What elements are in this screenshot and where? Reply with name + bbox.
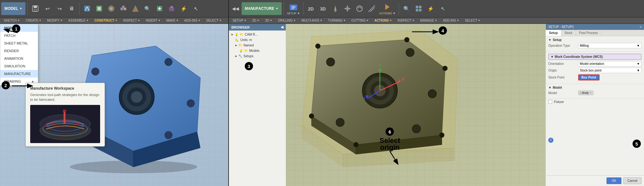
model-close-btn[interactable]: ✕ [589, 91, 592, 94]
dropdown-item-animation[interactable]: ANIMATION [0, 55, 38, 62]
model-workspace-tab[interactable]: MODEL ▼ [1, 2, 25, 15]
menu-inspect[interactable]: INSPECT ▼ [122, 18, 141, 23]
sketch-button[interactable] [81, 3, 93, 14]
make-button[interactable] [166, 3, 177, 14]
box-point-button[interactable]: Box Point [578, 74, 599, 80]
cutting-button[interactable] [366, 3, 377, 14]
manufacture-workspace-tab[interactable]: MANUFACTURE ▼ [242, 2, 282, 15]
manage-button[interactable] [413, 3, 424, 14]
create-button[interactable] [93, 3, 105, 14]
menu-construct[interactable]: CONSTRUCT ▼ [93, 18, 119, 23]
orientation-value[interactable]: Model orientation ▼ [578, 61, 641, 66]
rmenu-inspect[interactable]: INSPECT ▼ [396, 18, 416, 23]
model-body-icon: □ [580, 91, 581, 94]
dropdown-item-simulation[interactable]: SIMULATION [0, 62, 38, 70]
rmenu-2d[interactable]: 2D ▼ [251, 18, 261, 23]
rmenu-manage[interactable]: MANAGE ▼ [419, 18, 438, 23]
browser-item-setups[interactable]: ▶ 🔧 Setups [229, 53, 286, 59]
rmenu-3d[interactable]: 3D ▼ [264, 18, 274, 23]
workspace-dropdown[interactable]: MODEL PATCH SHEET METAL RENDER ANIMATION [0, 24, 38, 86]
multiaxis-button[interactable] [342, 3, 353, 14]
undo-icon: ↩ [43, 4, 52, 13]
tab-setup[interactable]: Setup [546, 30, 561, 36]
dropdown-item-sheetmetal[interactable]: SHEET METAL [0, 39, 38, 47]
menu-select[interactable]: SELECT ▼ [205, 18, 223, 23]
2d-button[interactable]: 2D [305, 3, 317, 14]
dropdown-item-patch[interactable]: PATCH [0, 32, 38, 39]
manufacture-tooltip: Manufacture Workspace Generates tool-pat… [25, 83, 105, 147]
tab-postprocess[interactable]: Post Process [576, 30, 601, 36]
rmenu-drilling[interactable]: DRILLING ▼ [277, 18, 297, 23]
browser-item-units[interactable]: 📐 Units: m [229, 37, 286, 43]
addins-button[interactable]: ⚡ [178, 3, 189, 14]
rmenu-setup[interactable]: SETUP ▼ [231, 18, 248, 23]
operation-type-value[interactable]: Milling ▼ [578, 43, 641, 48]
dropdown-item-manufacture[interactable]: MANUFACTURE [0, 70, 38, 78]
redo-icon: ↪ [55, 4, 64, 13]
model-section: ▼ Model Model □ Body ✕ [546, 84, 644, 99]
back-to-design-button[interactable]: ◀◀ [230, 5, 241, 12]
rmenu-addins[interactable]: ADD-INS ▼ [442, 18, 460, 23]
menu-make[interactable]: MAKE ▼ [165, 18, 180, 23]
menu-assemble[interactable]: ASSEMBLE ▼ [67, 18, 90, 23]
save-button[interactable] [30, 3, 41, 14]
select-button[interactable]: ↖ [190, 3, 202, 14]
construct-button[interactable] [130, 3, 141, 14]
rmenu-select[interactable]: SELECT ▼ [463, 18, 482, 23]
redo-button[interactable]: ↪ [54, 3, 65, 14]
modify-button[interactable] [106, 3, 117, 14]
make-icon [167, 4, 176, 13]
properties-panel: SETUP : SETUP1 » Setup Stock Post Proces… [545, 24, 644, 186]
undo-button[interactable]: ↩ [42, 3, 53, 14]
inspect-mfr-button[interactable]: 🔍 [401, 3, 412, 14]
info-icon-btn[interactable]: i [548, 138, 553, 143]
rmenu-turning[interactable]: TURNING ▼ [327, 18, 347, 23]
rmenu-multiaxis[interactable]: MULTI-AXIS ▼ [300, 18, 324, 23]
setup-section-header: ▼ Setup [548, 38, 641, 42]
menu-modify[interactable]: MODIFY ▼ [46, 18, 64, 23]
rmenu-cutting[interactable]: CUTTING ▼ [350, 18, 370, 23]
inspect-button[interactable]: 🔍 [142, 3, 153, 14]
display-button[interactable]: 🖥 [66, 3, 77, 14]
fixture-checkbox[interactable] [548, 100, 552, 104]
svg-text:Y: Y [379, 64, 381, 67]
svg-point-35 [165, 131, 172, 139]
origin-value[interactable]: Stock box point ▼ [578, 68, 641, 73]
menu-sketch[interactable]: SKETCH ▼ [3, 18, 21, 23]
right-toolbar-divider-1 [284, 2, 284, 15]
model-value-btn[interactable]: □ Body ✕ [578, 91, 593, 95]
browser-item-models[interactable]: 💡 📁 Models [229, 48, 286, 53]
svg-rect-59 [419, 6, 421, 8]
menu-create[interactable]: CREATE ▼ [24, 18, 43, 23]
menu-addins[interactable]: ADD-INS ▼ [183, 18, 202, 23]
browser-item-named[interactable]: ▶ 📁 Named [229, 43, 286, 48]
tooltip-description: Generates tool-path strategies for the d… [30, 93, 100, 102]
3d-button[interactable]: 3D [318, 3, 329, 14]
svg-point-82 [404, 37, 409, 42]
menu-insert[interactable]: INSERT ▼ [145, 18, 162, 23]
2d-icon: 2D [307, 4, 316, 13]
props-collapse-icon[interactable]: » [640, 25, 641, 29]
svg-point-81 [315, 44, 320, 49]
insert-button[interactable] [154, 3, 165, 14]
ok-button[interactable]: OK [606, 177, 621, 184]
svg-rect-58 [416, 6, 418, 8]
assemble-button[interactable] [118, 3, 129, 14]
turning-button[interactable] [354, 3, 365, 14]
svg-point-32 [165, 58, 172, 66]
model-tab-label: MODEL [4, 6, 18, 11]
browser-item-cam[interactable]: ▶ 💡 📁 CAM R... [229, 32, 286, 37]
tab-stock[interactable]: Stock [561, 30, 576, 36]
drilling-button[interactable] [330, 3, 341, 14]
setup-button[interactable]: SETUP ▼ [286, 2, 301, 16]
right-viewport[interactable]: X Y Z 6 [286, 24, 545, 186]
select-mfr-button[interactable]: ↖ [437, 3, 449, 14]
orientation-row: Orientation Model orientation ▼ [548, 61, 641, 66]
cancel-button[interactable]: Cancel [623, 177, 641, 184]
origin-label: Origin [548, 69, 577, 72]
svg-rect-12 [122, 6, 125, 8]
addins-mfr-button[interactable]: ⚡ [425, 3, 436, 14]
rmenu-actions[interactable]: ACTIONS ▼ [373, 18, 393, 23]
actions-button[interactable]: ACTIONS ▼ [378, 2, 397, 16]
dropdown-item-render[interactable]: RENDER [0, 47, 38, 55]
